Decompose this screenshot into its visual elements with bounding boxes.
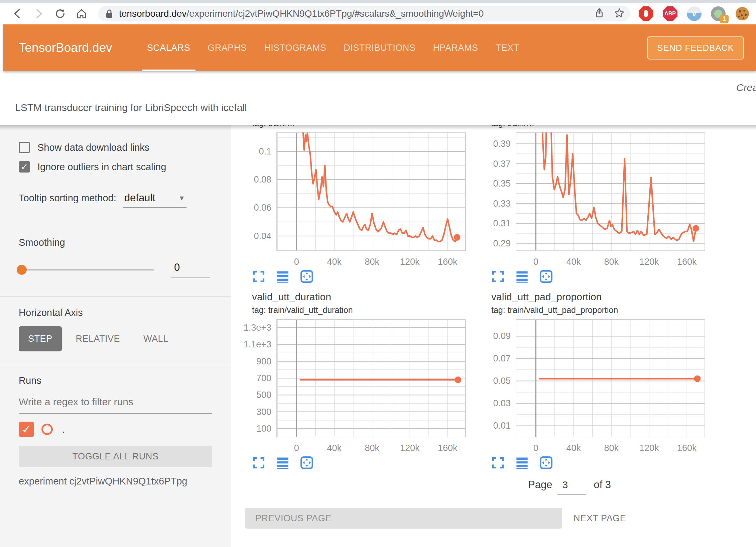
expand-icon xyxy=(491,456,505,469)
smoothing-slider-row xyxy=(19,261,212,278)
smoothing-slider-thumb[interactable] xyxy=(17,265,27,275)
fit-domain-button[interactable] xyxy=(299,269,314,284)
expand-chart-button[interactable] xyxy=(251,269,266,284)
v-extension-icon: V xyxy=(687,6,702,21)
line-chart[interactable]: 0.040.060.080.1040k80k120k160k xyxy=(237,132,471,269)
svg-text:0: 0 xyxy=(533,257,538,267)
forward-button[interactable] xyxy=(33,8,45,20)
fit-domain-icon xyxy=(539,456,553,469)
cookie-extension-button[interactable] xyxy=(735,6,750,21)
page-number-input[interactable] xyxy=(557,479,586,495)
line-chart[interactable]: 1003005007009001.1e+31.3e+3040k80k120k16… xyxy=(237,319,471,455)
previous-page-button[interactable]: PREVIOUS PAGE xyxy=(245,508,562,529)
chart-card-valid-utt-pad-proportion: valid_utt_pad_proportion tag: train/vali… xyxy=(476,291,711,470)
svg-text:80k: 80k xyxy=(604,443,619,453)
svg-text:0: 0 xyxy=(294,257,299,267)
nav-tabs: SCALARS GRAPHS HISTOGRAMS DISTRIBUTIONS … xyxy=(138,24,528,71)
app-logo: TensorBoard.dev xyxy=(19,41,112,55)
status-extension-button[interactable]: 1 xyxy=(711,6,726,21)
bookmark-button[interactable] xyxy=(614,7,625,20)
url-text: tensorboard.dev/experiment/cj2vtPiwQHKN9… xyxy=(119,8,585,19)
smoothing-value-input[interactable] xyxy=(171,261,210,278)
axis-relative-button[interactable]: RELATIVE xyxy=(67,326,130,351)
blocker-extension-button[interactable] xyxy=(638,6,654,21)
tab-graphs[interactable]: GRAPHS xyxy=(199,24,255,71)
svg-text:0.1: 0.1 xyxy=(259,146,271,156)
tab-histograms[interactable]: HISTOGRAMS xyxy=(255,24,335,71)
chart-actions xyxy=(237,455,471,470)
data-table-button[interactable] xyxy=(515,269,529,284)
tab-distributions[interactable]: DISTRIBUTIONS xyxy=(335,24,424,71)
extension-badge: 1 xyxy=(720,15,729,23)
svg-text:40k: 40k xyxy=(327,443,342,453)
svg-text:700: 700 xyxy=(256,373,271,383)
svg-text:0.37: 0.37 xyxy=(493,159,511,169)
svg-text:0.33: 0.33 xyxy=(493,199,511,209)
chevron-down-icon: ▾ xyxy=(180,193,184,203)
run-checkbox[interactable]: ✓ xyxy=(19,422,34,437)
show-download-links-checkbox[interactable] xyxy=(19,142,30,153)
svg-text:100: 100 xyxy=(256,424,271,434)
chart-card-top-right: tag: train/… 0.290.310.330.350.370.39040… xyxy=(476,125,711,284)
expand-chart-button[interactable] xyxy=(491,455,505,470)
ignore-outliers-checkbox[interactable]: ✓ xyxy=(19,161,30,173)
smoothing-label: Smoothing xyxy=(19,237,212,248)
horizontal-axis-label: Horizontal Axis xyxy=(19,307,212,318)
fit-domain-button[interactable] xyxy=(299,455,314,470)
chart-card-valid-utt-duration: valid_utt_duration tag: train/valid_utt_… xyxy=(237,291,471,470)
line-chart[interactable]: 0.010.030.050.070.09040k80k120k160k xyxy=(476,319,711,455)
address-bar[interactable]: tensorboard.dev/experiment/cj2vtPiwQHKN9… xyxy=(98,6,630,21)
v-label: V xyxy=(691,9,697,18)
chart-tag-clipped: tag: train/… xyxy=(476,125,711,129)
tab-scalars[interactable]: SCALARS xyxy=(138,24,199,71)
data-table-icon xyxy=(515,456,529,469)
v-extension-button[interactable]: V xyxy=(686,6,702,21)
runs-filter-input[interactable] xyxy=(19,395,212,414)
data-table-button[interactable] xyxy=(275,269,290,284)
run-name: experiment cj2vtPiwQHKN9Q1tx6PTpg xyxy=(19,476,212,487)
reload-button[interactable] xyxy=(54,8,66,20)
expand-chart-button[interactable] xyxy=(491,269,505,284)
tooltip-sorting-label: Tooltip sorting method: xyxy=(19,193,116,204)
expand-icon xyxy=(252,270,265,283)
expand-chart-button[interactable] xyxy=(251,455,266,470)
charts-panel: tag: train/… 0.040.060.080.1040k80k120k1… xyxy=(231,125,756,547)
chart-row-1: tag: train/… 0.040.060.080.1040k80k120k1… xyxy=(231,125,756,284)
line-chart[interactable]: 0.290.310.330.350.370.39040k80k120k160k xyxy=(476,132,711,269)
smoothing-slider[interactable] xyxy=(19,269,154,270)
page-of-label: of 3 xyxy=(594,479,611,491)
reload-icon xyxy=(54,8,66,20)
fit-domain-icon xyxy=(300,270,313,283)
sidebar-divider xyxy=(0,226,231,226)
data-table-button[interactable] xyxy=(515,455,529,470)
fit-domain-button[interactable] xyxy=(539,269,553,284)
svg-text:120k: 120k xyxy=(639,257,659,267)
chart-title: valid_utt_pad_proportion xyxy=(476,291,711,304)
expand-icon xyxy=(491,270,505,283)
svg-text:300: 300 xyxy=(256,407,271,417)
tab-hparams[interactable]: HPARAMS xyxy=(424,24,487,71)
svg-text:40k: 40k xyxy=(566,257,581,267)
axis-step-button[interactable]: STEP xyxy=(19,326,62,351)
fit-domain-button[interactable] xyxy=(539,455,553,470)
next-page-button[interactable]: NEXT PAGE xyxy=(574,513,626,524)
share-button[interactable] xyxy=(594,7,605,20)
axis-wall-button[interactable]: WALL xyxy=(134,326,178,351)
svg-text:80k: 80k xyxy=(604,257,619,267)
svg-text:40k: 40k xyxy=(327,257,342,267)
tab-text[interactable]: TEXT xyxy=(487,24,528,71)
tooltip-sorting-select[interactable]: default ▾ xyxy=(123,192,186,208)
app-header: TensorBoard.dev SCALARS GRAPHS HISTOGRAM… xyxy=(3,24,756,71)
svg-text:0.08: 0.08 xyxy=(254,175,271,185)
chart-tag-clipped: tag: train/… xyxy=(237,125,471,129)
send-feedback-button[interactable]: SEND FEEDBACK xyxy=(647,36,744,60)
share-icon xyxy=(594,7,605,19)
back-button[interactable] xyxy=(11,8,23,20)
home-button[interactable] xyxy=(76,8,88,20)
svg-text:0.29: 0.29 xyxy=(493,238,511,248)
toggle-all-runs-button[interactable]: TOGGLE ALL RUNS xyxy=(19,446,212,467)
run-color-ring-icon[interactable] xyxy=(41,424,53,435)
experiment-subheader: Crea LSTM transducer training for LibriS… xyxy=(0,71,756,125)
data-table-button[interactable] xyxy=(275,455,290,470)
abp-extension-button[interactable]: ABP xyxy=(662,6,678,21)
